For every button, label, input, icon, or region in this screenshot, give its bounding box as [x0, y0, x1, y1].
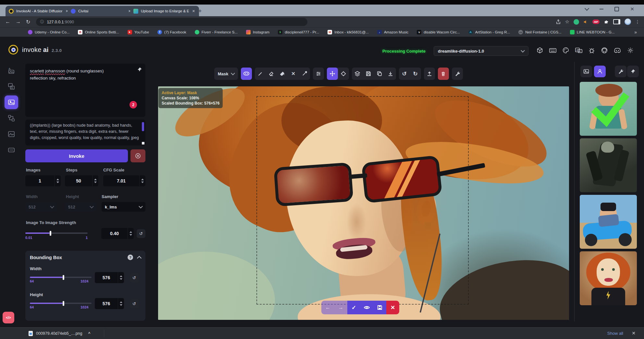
cfg-input[interactable]: 7.01 [103, 175, 145, 186]
minimize-icon[interactable] [600, 9, 603, 9]
collapse-chevron-icon[interactable] [137, 256, 142, 260]
height-select[interactable]: 512 [65, 202, 96, 212]
gallery-thumbnail[interactable] [580, 251, 637, 305]
bbox-height-slider[interactable] [30, 303, 92, 304]
bookmark-facebook[interactable]: f(7) Facebook [157, 30, 186, 34]
previous-image-button[interactable]: ← [321, 301, 334, 314]
negative-prompt-textarea[interactable]: ((implants)) (large boobs) nude bad anat… [25, 119, 145, 145]
bookmark-fiverr[interactable]: Fiverr - Freelance S... [195, 30, 238, 34]
tab-unified-canvas[interactable] [5, 95, 18, 109]
maximize-icon[interactable] [614, 7, 619, 11]
bookmark-sports-betting[interactable]: BOnline Sports Betti... [78, 30, 119, 34]
share-icon[interactable] [556, 19, 561, 24]
tab-text-to-image[interactable]: A [5, 64, 18, 77]
bounding-box-selection[interactable] [256, 96, 469, 305]
bookmark-wacom[interactable]: Vdisable Wacom Circ... [417, 30, 460, 34]
language-translate-icon[interactable]: AZ [575, 47, 583, 54]
bookmark-inbox[interactable]: MInbox - klk56831@... [328, 30, 369, 34]
gallery-thumbnail[interactable] [580, 195, 637, 249]
gallery-images-tab[interactable] [580, 66, 592, 77]
width-select[interactable]: 512 [25, 202, 57, 212]
bookmark-artstation[interactable]: AArtStation - Greg R... [468, 30, 510, 34]
console-toggle-button[interactable]: </> [3, 312, 14, 323]
reload-icon[interactable]: ↻ [26, 19, 30, 25]
cancel-button[interactable] [130, 149, 145, 162]
bbox-height-stepper[interactable] [118, 298, 124, 309]
bbox-height-input[interactable]: 576 [95, 298, 124, 309]
theme-palette-icon[interactable] [562, 47, 569, 54]
canvas-settings-button[interactable] [452, 68, 463, 80]
steps-stepper[interactable] [92, 175, 98, 186]
bookmark-udemy[interactable]: Udemy - Online Co... [28, 30, 69, 34]
save-staging-button[interactable] [373, 301, 386, 314]
gallery-results-tab[interactable] [594, 66, 606, 77]
upload-image-button[interactable] [424, 68, 435, 80]
colorpicker-tool[interactable] [299, 68, 310, 80]
github-icon[interactable] [601, 47, 608, 54]
tab-nodes[interactable] [5, 111, 18, 125]
downloads-close-icon[interactable]: ✕ [632, 331, 636, 336]
download-item[interactable]: 000979.40d74eb5_....png ^ [29, 328, 91, 339]
prompt-textarea[interactable]: scarlett johansson (round sunglasses) re… [25, 64, 145, 117]
sidebar-toggle-icon[interactable] [613, 19, 620, 24]
brush-tool[interactable] [255, 68, 266, 80]
merge-layers-button[interactable] [352, 68, 363, 80]
bookmark-instagram[interactable]: Instagram [246, 30, 269, 34]
bookmark-discipleneil[interactable]: discipleneil777 - Pr... [278, 30, 319, 34]
clear-canvas-button[interactable] [438, 68, 449, 80]
save-to-gallery-button[interactable] [363, 68, 374, 80]
forward-icon[interactable]: → [16, 19, 21, 25]
strength-input[interactable]: 0.40 [101, 228, 134, 239]
cfg-stepper[interactable] [139, 175, 145, 186]
window-close-icon[interactable]: ✕ [630, 6, 634, 12]
bbox-width-reset[interactable]: ↺ [130, 273, 139, 282]
layer-select[interactable]: Mask [214, 68, 238, 80]
bbox-width-stepper[interactable] [118, 272, 124, 283]
sampler-select[interactable]: k_lms [102, 202, 145, 212]
back-icon[interactable]: ← [5, 19, 10, 25]
strength-reset-button[interactable]: ↺ [137, 229, 145, 238]
url-bar[interactable]: ⓘ 127.0.0.1:9090 [36, 18, 307, 26]
help-icon[interactable]: ? [128, 255, 133, 260]
accept-button[interactable]: ✓ [347, 301, 360, 314]
mask-tool-button[interactable] [241, 68, 252, 80]
gallery-settings-button[interactable] [615, 66, 626, 77]
download-image-button[interactable] [385, 68, 396, 80]
clear-mask-button[interactable]: ✕ [288, 68, 299, 80]
move-tool[interactable] [327, 68, 338, 80]
bounding-box-header[interactable]: Bounding Box ? [30, 255, 141, 260]
new-tab-button[interactable]: + [196, 7, 204, 15]
volume-extension-icon[interactable] [583, 19, 588, 24]
tab-invokeai[interactable]: InvokeAI - A Stable Diffusion Too ✕ [6, 6, 72, 16]
extensions-puzzle-icon[interactable] [604, 19, 609, 24]
settings-gear-icon[interactable] [627, 47, 634, 54]
tab-civitai[interactable]: Civitai ✕ [68, 6, 135, 16]
reset-view-button[interactable] [338, 68, 349, 80]
bookmarks-overflow-icon[interactable]: » [634, 30, 637, 35]
report-bug-icon[interactable] [588, 47, 595, 54]
gallery-thumbnail[interactable] [580, 138, 637, 192]
toggle-visibility-button[interactable] [360, 301, 373, 314]
discord-icon[interactable] [613, 47, 621, 54]
window-menu-icon[interactable] [585, 6, 589, 11]
browser-menu-icon[interactable]: ⋮ [635, 19, 640, 24]
site-info-icon[interactable]: ⓘ [40, 19, 44, 25]
model-manager-cube-icon[interactable] [536, 47, 543, 54]
steps-input[interactable]: 50 [65, 175, 98, 186]
show-all-link[interactable]: Show all [607, 331, 623, 336]
scrollbar-thumb[interactable] [142, 122, 144, 131]
bbox-height-reset[interactable]: ↺ [130, 299, 139, 308]
resize-handle[interactable] [142, 142, 144, 144]
bbox-width-slider[interactable] [30, 277, 92, 278]
fill-eraser-tool[interactable] [277, 68, 288, 80]
adblock-icon[interactable]: ABP [592, 19, 600, 24]
download-menu-caret[interactable]: ^ [88, 331, 91, 336]
next-image-button[interactable]: → [334, 301, 347, 314]
strength-stepper[interactable] [128, 228, 134, 239]
hotkeys-keyboard-icon[interactable] [549, 47, 557, 54]
bookmark-star-icon[interactable]: ☆ [565, 19, 569, 25]
redo-button[interactable]: ↻ [410, 68, 421, 80]
bookmark-neil-fontaine[interactable]: coNeil Fontaine | CGS... [518, 30, 562, 34]
profile-avatar[interactable] [625, 19, 631, 25]
tab-upload-image[interactable]: Upload Image to Enlarge & Enha ✕ [130, 6, 199, 16]
